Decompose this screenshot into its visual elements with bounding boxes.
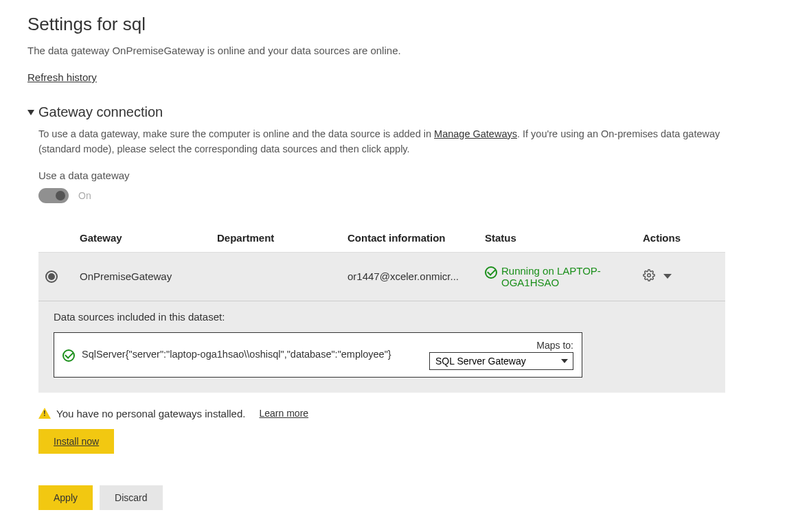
personal-gateway-warning: You have no personal gateways installed.… bbox=[38, 408, 782, 419]
page-title: Settings for sql bbox=[27, 14, 782, 35]
col-contact: Contact information bbox=[347, 232, 485, 244]
toggle-knob bbox=[56, 191, 65, 200]
status-cell: Running on LAPTOP-OGA1HSAO bbox=[485, 265, 643, 288]
status-ok-icon bbox=[485, 266, 497, 279]
contact-cell: or1447@xceler.onmicr... bbox=[347, 270, 485, 282]
gateway-table-header: Gateway Department Contact information S… bbox=[38, 224, 725, 253]
datasources-heading: Data sources included in this dataset: bbox=[54, 311, 710, 323]
gateway-section-description: To use a data gateway, make sure the com… bbox=[38, 127, 739, 157]
maps-to-select[interactable]: SQL Server Gateway bbox=[429, 352, 573, 370]
page-subtitle: The data gateway OnPremiseGateway is onl… bbox=[27, 45, 782, 56]
col-status: Status bbox=[485, 232, 643, 244]
maps-to-label: Maps to: bbox=[536, 340, 573, 351]
datasource-ok-icon bbox=[62, 349, 75, 362]
col-department: Department bbox=[217, 232, 347, 244]
install-now-button[interactable]: Install now bbox=[38, 429, 114, 454]
learn-more-link[interactable]: Learn more bbox=[259, 408, 308, 419]
gateway-name-cell: OnPremiseGateway bbox=[80, 270, 217, 282]
manage-gateways-link[interactable]: Manage Gateways bbox=[434, 128, 517, 139]
use-gateway-label: Use a data gateway bbox=[38, 170, 782, 181]
datasource-text: SqlServer{"server":"laptop-oga1hsao\\osh… bbox=[82, 347, 429, 361]
gateway-table: Gateway Department Contact information S… bbox=[38, 224, 725, 393]
gateway-section-toggle[interactable]: Gateway connection bbox=[27, 104, 782, 120]
datasource-item: SqlServer{"server":"laptop-oga1hsao\\osh… bbox=[54, 332, 582, 378]
use-gateway-toggle[interactable] bbox=[38, 188, 69, 203]
apply-button[interactable]: Apply bbox=[38, 485, 93, 510]
radio-selected-icon bbox=[48, 273, 55, 280]
warning-text: You have no personal gateways installed. bbox=[56, 408, 245, 419]
warning-icon bbox=[38, 408, 51, 419]
gateway-row: OnPremiseGateway or1447@xceler.onmicr...… bbox=[38, 253, 725, 301]
gateway-radio[interactable] bbox=[45, 270, 58, 283]
expand-row-icon[interactable] bbox=[663, 274, 672, 279]
col-gateway: Gateway bbox=[80, 232, 217, 244]
col-actions: Actions bbox=[643, 232, 711, 244]
svg-point-0 bbox=[648, 274, 651, 277]
datasources-section: Data sources included in this dataset: S… bbox=[38, 301, 725, 393]
discard-button[interactable]: Discard bbox=[100, 485, 162, 510]
refresh-history-link[interactable]: Refresh history bbox=[27, 71, 97, 83]
gear-icon[interactable] bbox=[643, 269, 655, 284]
gateway-section-title: Gateway connection bbox=[38, 104, 163, 120]
toggle-state-label: On bbox=[78, 190, 91, 201]
caret-down-icon bbox=[27, 110, 34, 115]
